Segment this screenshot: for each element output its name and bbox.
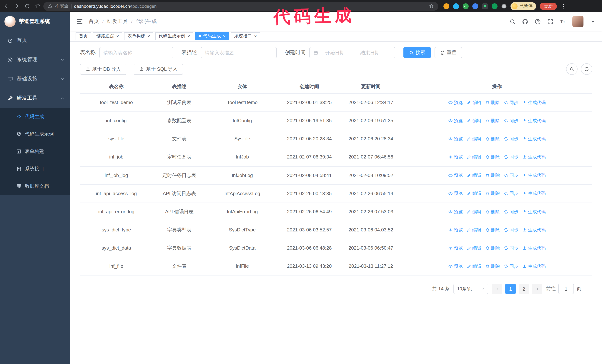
toggle-search-button[interactable] (566, 63, 578, 75)
home-icon[interactable] (35, 3, 40, 9)
op-generate-link[interactable]: 生成代码 (522, 227, 546, 233)
reset-button[interactable]: 重置 (435, 47, 462, 58)
prev-page-button[interactable] (492, 284, 502, 294)
tab-1[interactable]: 链路追踪× (93, 32, 122, 40)
op-sync-link[interactable]: 同步 (504, 117, 518, 124)
op-generate-link[interactable]: 生成代码 (522, 172, 546, 179)
op-sync-link[interactable]: 同步 (504, 227, 518, 233)
op-delete-link[interactable]: 删除 (485, 208, 500, 215)
close-tab-icon[interactable]: × (187, 34, 190, 38)
back-icon[interactable] (4, 3, 9, 9)
sidebar-item-form-builder[interactable]: 表单构建 (0, 143, 70, 160)
op-sync-link[interactable]: 同步 (504, 135, 518, 142)
op-edit-link[interactable]: 编辑 (467, 227, 481, 233)
op-sync-link[interactable]: 同步 (504, 208, 518, 215)
op-edit-link[interactable]: 编辑 (467, 208, 481, 215)
op-preview-link[interactable]: 预览 (448, 245, 463, 252)
import-db-button[interactable]: 基于 DB 导入 (80, 63, 127, 75)
page-size-select[interactable]: 10条/页 (453, 284, 488, 294)
table-name-input[interactable] (103, 50, 169, 55)
op-edit-link[interactable]: 编辑 (467, 245, 481, 252)
sidebar-item-system-api[interactable]: 系统接口 (0, 160, 70, 177)
op-generate-link[interactable]: 生成代码 (522, 99, 546, 106)
close-tab-icon[interactable]: × (116, 34, 119, 38)
op-delete-link[interactable]: 删除 (485, 99, 500, 106)
tab-4[interactable]: 代码生成× (195, 32, 229, 40)
op-sync-link[interactable]: 同步 (504, 190, 518, 197)
url-bar[interactable]: 不安全 dashboard.yudao.iocoder.cn/tool/code… (43, 2, 438, 10)
bookmark-star-icon[interactable] (429, 4, 434, 9)
hamburger-icon[interactable] (76, 18, 83, 25)
fullscreen-icon[interactable] (547, 18, 553, 25)
table-desc-input[interactable] (205, 50, 273, 55)
op-preview-link[interactable]: 预览 (448, 263, 463, 270)
app-logo[interactable]: 芋道管理系统 (0, 12, 70, 31)
op-preview-link[interactable]: 预览 (448, 190, 463, 197)
page-button-1[interactable]: 1 (505, 284, 516, 294)
date-range-picker[interactable]: - (309, 47, 395, 58)
op-delete-link[interactable]: 删除 (485, 245, 500, 252)
puzzle-extensions-icon[interactable] (501, 3, 507, 9)
help-icon[interactable] (535, 18, 541, 25)
breadcrumb-item[interactable]: 首页 (88, 18, 99, 25)
breadcrumb-item[interactable]: 研发工具 (107, 18, 128, 25)
tab-3[interactable]: 代码生成示例× (155, 32, 194, 40)
extension-icon[interactable] (443, 3, 449, 9)
import-sql-button[interactable]: 基于 SQL 导入 (134, 63, 183, 75)
page-button-2[interactable]: 2 (519, 284, 529, 294)
op-generate-link[interactable]: 生成代码 (522, 154, 546, 161)
op-sync-link[interactable]: 同步 (504, 99, 518, 106)
op-generate-link[interactable]: 生成代码 (522, 263, 546, 270)
next-page-button[interactable] (532, 284, 542, 294)
op-generate-link[interactable]: 生成代码 (522, 117, 546, 124)
extension-icon[interactable] (463, 3, 469, 9)
reload-icon[interactable] (24, 3, 30, 9)
op-edit-link[interactable]: 编辑 (467, 135, 481, 142)
op-delete-link[interactable]: 删除 (485, 135, 500, 142)
close-tab-icon[interactable]: × (223, 34, 226, 38)
op-edit-link[interactable]: 编辑 (467, 263, 481, 270)
close-tab-icon[interactable]: × (254, 34, 257, 38)
sidebar-item-codegen[interactable]: 代码生成 (0, 108, 70, 125)
goto-page-input[interactable] (558, 284, 574, 294)
op-preview-link[interactable]: 预览 (448, 172, 463, 179)
refresh-table-button[interactable] (581, 63, 592, 75)
op-generate-link[interactable]: 生成代码 (522, 245, 546, 252)
sidebar-item-db-doc[interactable]: 数据库文档 (0, 177, 70, 195)
extension-icon[interactable] (482, 3, 488, 9)
extension-icon[interactable] (492, 3, 497, 9)
op-preview-link[interactable]: 预览 (448, 117, 463, 124)
op-preview-link[interactable]: 预览 (448, 154, 463, 161)
op-preview-link[interactable]: 预览 (448, 227, 463, 233)
op-preview-link[interactable]: 预览 (448, 135, 463, 142)
date-end-input[interactable] (355, 50, 384, 55)
op-generate-link[interactable]: 生成代码 (522, 190, 546, 197)
op-delete-link[interactable]: 删除 (485, 190, 500, 197)
date-start-input[interactable] (321, 50, 349, 55)
sidebar-item-home[interactable]: 首页 (0, 31, 70, 50)
op-sync-link[interactable]: 同步 (504, 154, 518, 161)
op-edit-link[interactable]: 编辑 (467, 99, 481, 106)
op-delete-link[interactable]: 删除 (485, 227, 500, 233)
extension-icon[interactable] (453, 3, 459, 9)
sidebar-item-system[interactable]: 系统管理 (0, 50, 70, 69)
tab-2[interactable]: 表单构建× (124, 32, 153, 40)
search-icon[interactable] (509, 18, 516, 25)
user-avatar[interactable] (572, 16, 583, 27)
github-icon[interactable] (522, 18, 528, 25)
op-sync-link[interactable]: 同步 (504, 263, 518, 270)
op-generate-link[interactable]: 生成代码 (522, 208, 546, 215)
op-preview-link[interactable]: 预览 (448, 99, 463, 106)
paused-badge[interactable]: 已暂停 (510, 2, 536, 10)
tab-5[interactable]: 系统接口× (231, 32, 260, 40)
close-tab-icon[interactable]: × (147, 34, 150, 38)
tab-0[interactable]: 首页 (75, 32, 91, 40)
op-preview-link[interactable]: 预览 (448, 208, 463, 215)
sidebar-item-codegen-example[interactable]: 代码生成示例 (0, 125, 70, 143)
op-edit-link[interactable]: 编辑 (467, 154, 481, 161)
forward-icon[interactable] (14, 3, 20, 9)
sidebar-item-devtools[interactable]: 研发工具 (0, 89, 70, 108)
sidebar-item-infra[interactable]: 基础设施 (0, 69, 70, 89)
search-button[interactable]: 搜索 (403, 47, 431, 58)
op-sync-link[interactable]: 同步 (504, 172, 518, 179)
